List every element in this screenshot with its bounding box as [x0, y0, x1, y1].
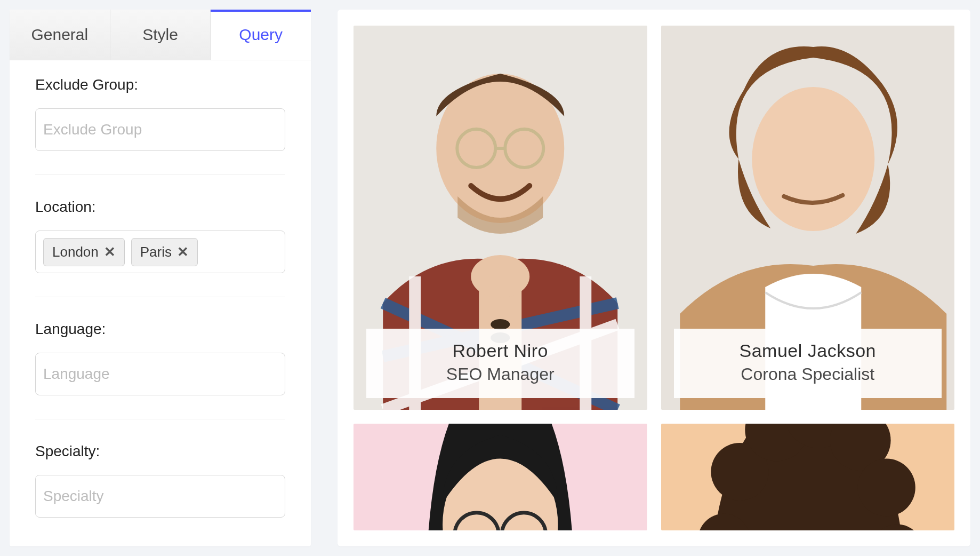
preview-panel: Robert Niro SEO Manager — [338, 10, 970, 546]
field-language: Language: Language — [35, 321, 285, 419]
query-form: Exclude Group: Exclude Group Location: L… — [10, 60, 311, 556]
language-label: Language: — [35, 321, 285, 338]
team-card[interactable] — [354, 424, 647, 530]
remove-icon[interactable]: ✕ — [104, 245, 116, 259]
location-input[interactable]: London ✕ Paris ✕ — [35, 231, 285, 273]
specialty-label: Specialty: — [35, 443, 285, 460]
field-specialty: Specialty: Specialty — [35, 443, 285, 541]
svg-point-7 — [491, 319, 510, 330]
team-card[interactable] — [661, 424, 955, 530]
remove-icon[interactable]: ✕ — [177, 245, 189, 259]
location-label: Location: — [35, 198, 285, 216]
specialty-placeholder: Specialty — [43, 488, 104, 505]
team-caption: Robert Niro SEO Manager — [366, 329, 634, 398]
tag-label: Paris — [140, 244, 172, 260]
team-card[interactable]: Robert Niro SEO Manager — [354, 26, 647, 410]
team-name: Robert Niro — [372, 340, 629, 361]
language-input[interactable]: Language — [35, 353, 285, 395]
team-card[interactable]: Samuel Jackson Corona Specialist — [661, 26, 955, 410]
tab-style[interactable]: Style — [110, 10, 211, 60]
team-caption: Samuel Jackson Corona Specialist — [674, 329, 942, 398]
field-location: Location: London ✕ Paris ✕ — [35, 198, 285, 297]
tabs: General Style Query — [10, 10, 311, 60]
team-photo — [354, 424, 647, 530]
specialty-input[interactable]: Specialty — [35, 475, 285, 518]
language-placeholder: Language — [43, 366, 110, 383]
team-photo — [661, 424, 955, 530]
field-exclude-group: Exclude Group: Exclude Group — [35, 76, 285, 175]
location-tag-paris[interactable]: Paris ✕ — [131, 238, 198, 266]
svg-point-21 — [857, 459, 915, 517]
exclude-group-label: Exclude Group: — [35, 76, 285, 93]
settings-sidebar: General Style Query Exclude Group: Exclu… — [10, 10, 311, 546]
svg-point-6 — [471, 255, 529, 298]
svg-point-10 — [752, 87, 874, 231]
exclude-group-input[interactable]: Exclude Group — [35, 108, 285, 151]
tab-general[interactable]: General — [10, 10, 110, 60]
team-role: SEO Manager — [372, 364, 629, 384]
tab-query[interactable]: Query — [211, 10, 311, 60]
tag-label: London — [52, 244, 99, 260]
exclude-group-placeholder: Exclude Group — [43, 121, 142, 138]
location-tag-london[interactable]: London ✕ — [43, 238, 125, 266]
team-role: Corona Specialist — [679, 364, 937, 384]
team-cards-grid: Robert Niro SEO Manager — [354, 26, 954, 530]
team-name: Samuel Jackson — [679, 340, 937, 361]
